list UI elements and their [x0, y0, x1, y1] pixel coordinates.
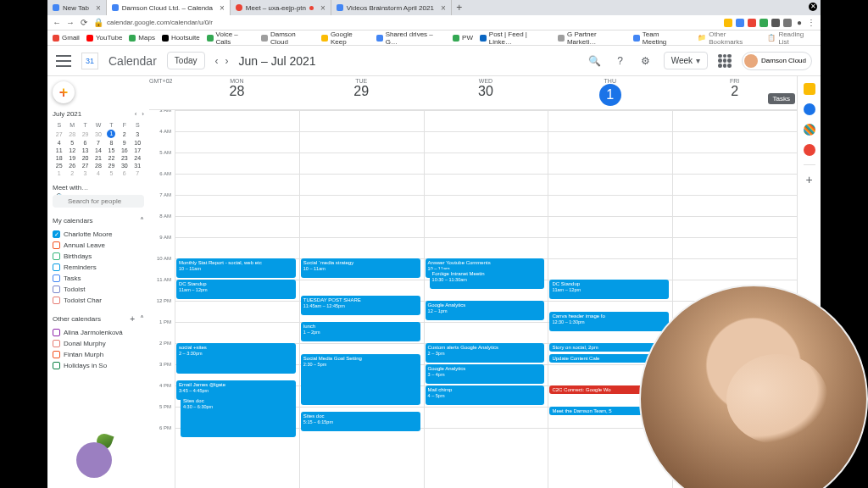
day-header[interactable]: THU1	[548, 76, 672, 109]
view-selector[interactable]: Week ▾	[664, 52, 708, 69]
checkbox-icon[interactable]	[53, 263, 60, 271]
main-menu-icon[interactable]	[56, 55, 71, 67]
browser-tab[interactable]: Videos Brainstorm April 2021×	[331, 0, 452, 15]
checkbox-icon[interactable]	[53, 241, 60, 249]
mini-day[interactable]: 3	[79, 169, 92, 177]
calendar-item[interactable]: Todoist	[53, 284, 144, 295]
bookmark-item[interactable]: Damson Cloud	[261, 30, 314, 46]
forward-icon[interactable]: →	[66, 18, 75, 27]
bookmark-item[interactable]: PW	[453, 34, 473, 42]
calendar-event[interactable]: Social Media Goal Setting2:30 – 5pm	[301, 354, 420, 406]
mini-day[interactable]: 28	[92, 162, 104, 169]
calendar-event[interactable]: Sites doc5:15 – 6:15pm	[301, 412, 420, 431]
tab-close-icon[interactable]: ×	[320, 3, 326, 13]
calendar-item[interactable]: Fintan Murph	[53, 349, 144, 360]
mini-day[interactable]: 18	[53, 154, 65, 162]
calendar-event[interactable]: Sites doc4:30 – 6:30pm	[181, 396, 296, 437]
calendar-event[interactable]: Mail chimp4 – 5pm	[426, 385, 545, 405]
tab-close-icon[interactable]: ×	[96, 3, 101, 13]
prev-period-icon[interactable]: ‹	[215, 55, 219, 67]
bookmark-item[interactable]: YouTube	[86, 34, 122, 42]
ext-icon[interactable]	[783, 19, 792, 27]
window-close-icon[interactable]: ✕	[809, 3, 817, 11]
mini-day[interactable]: 30	[92, 129, 104, 139]
day-column[interactable]: Answer Youtube Comments10 – 11amForóige …	[424, 110, 548, 488]
day-header[interactable]: WED30	[424, 76, 548, 109]
checkbox-icon[interactable]	[53, 252, 60, 260]
calendar-event[interactable]: Monthly Stat Report - social, web etc10 …	[176, 258, 296, 278]
calendar-event[interactable]: lunch1 – 2pm	[301, 322, 420, 341]
mini-day[interactable]: 21	[92, 154, 104, 162]
mini-day[interactable]: 17	[131, 147, 144, 154]
calendar-event[interactable]: TUESDAY POST SHARE11:45am – 12:45pm	[301, 296, 420, 315]
mini-day[interactable]: 20	[79, 154, 92, 162]
bookmark-item[interactable]: Hootsuite	[162, 34, 200, 42]
calendar-item[interactable]: Holidays in So	[53, 360, 144, 371]
bookmark-item[interactable]: Voice – Calls	[207, 30, 254, 46]
checkbox-icon[interactable]	[53, 230, 60, 238]
keep-icon[interactable]	[804, 83, 815, 95]
calendar-item[interactable]: Birthdays	[53, 251, 144, 262]
browser-tab[interactable]: New Tab×	[47, 0, 107, 15]
mini-day[interactable]: 1	[53, 169, 65, 177]
calendar-item[interactable]: Annual Leave	[53, 240, 144, 251]
calendar-item[interactable]: Reminders	[53, 262, 144, 273]
calendar-event[interactable]: social +sites2 – 3:30pm	[176, 343, 296, 374]
menu-icon[interactable]: ⋮	[807, 18, 815, 27]
account-chip[interactable]: Damson Cloud	[742, 52, 812, 70]
mini-day[interactable]: 23	[118, 154, 131, 162]
mini-day[interactable]: 27	[53, 129, 65, 139]
mini-day[interactable]: 1	[105, 129, 118, 139]
mini-day[interactable]: 25	[53, 162, 65, 169]
calendar-item[interactable]: Charlotte Moore	[53, 229, 144, 240]
url-text[interactable]: calendar.google.com/calendar/u/0/r	[107, 19, 719, 26]
mini-day[interactable]: 29	[79, 129, 92, 139]
tasks-icon[interactable]	[804, 103, 815, 115]
mini-day[interactable]: 26	[65, 162, 78, 169]
mini-day[interactable]: 11	[53, 147, 65, 154]
mini-day[interactable]: 14	[92, 147, 104, 154]
add-addon-icon[interactable]: +	[804, 174, 815, 186]
mini-day[interactable]: 28	[65, 129, 78, 139]
checkbox-icon[interactable]	[53, 340, 60, 347]
bookmark-item[interactable]: Maps	[129, 34, 155, 42]
calendar-event[interactable]: Google Analytics3 – 4pm	[426, 364, 545, 384]
mini-calendar[interactable]: SMTWTFS272829301234567891011121314151617…	[53, 121, 144, 177]
browser-tab[interactable]: Meet – uxa-eejp-ptn×	[231, 0, 331, 15]
support-icon[interactable]: ?	[613, 55, 628, 67]
checkbox-icon[interactable]	[53, 297, 60, 304]
calendar-item[interactable]: Tasks	[53, 273, 144, 284]
ext-icon[interactable]	[771, 19, 780, 27]
settings-gear-icon[interactable]: ⚙	[638, 55, 654, 67]
checkbox-icon[interactable]	[53, 329, 60, 336]
calendar-event[interactable]: Custom alerts Google Analytics2 – 3pm	[426, 343, 545, 363]
checkbox-icon[interactable]	[53, 362, 60, 369]
chevron-up-icon[interactable]: ˄	[140, 314, 144, 324]
reload-icon[interactable]: ⟳	[80, 18, 88, 27]
mini-day[interactable]: 19	[65, 154, 78, 162]
calendar-item[interactable]: Donal Murphy	[53, 338, 144, 349]
calendar-event[interactable]: Google Analytics12 – 1pm	[426, 301, 545, 320]
mini-day[interactable]: 3	[131, 129, 144, 139]
mini-day[interactable]: 2	[65, 169, 78, 177]
day-header[interactable]: TUE29	[299, 76, 424, 109]
mini-day[interactable]: 24	[131, 154, 144, 162]
mini-day[interactable]: 30	[118, 162, 131, 169]
mini-day[interactable]: 7	[92, 139, 104, 147]
mini-day[interactable]: 6	[79, 139, 92, 147]
mini-day[interactable]: 9	[118, 139, 131, 147]
search-icon[interactable]: 🔍	[587, 55, 603, 67]
bookmark-item[interactable]: Google Keep	[321, 30, 370, 46]
mini-day[interactable]: 13	[79, 147, 92, 154]
calendar-event[interactable]: Canva header image fo12:30 – 1:30pm	[549, 312, 669, 331]
mini-next-icon[interactable]: ›	[142, 110, 144, 118]
calendar-event[interactable]: Foróige Intranet Meetin10:30 – 11:30am	[430, 269, 545, 289]
tab-close-icon[interactable]: ×	[220, 3, 225, 13]
mini-day[interactable]: 31	[131, 162, 144, 169]
ext-icon[interactable]	[724, 19, 732, 27]
today-button[interactable]: Today	[167, 52, 205, 69]
other-bookmarks[interactable]: 📁Other Bookmarks	[698, 30, 760, 46]
loom-bubble[interactable]	[76, 442, 112, 478]
maps-icon[interactable]	[804, 144, 815, 156]
mini-day[interactable]: 8	[105, 139, 118, 147]
